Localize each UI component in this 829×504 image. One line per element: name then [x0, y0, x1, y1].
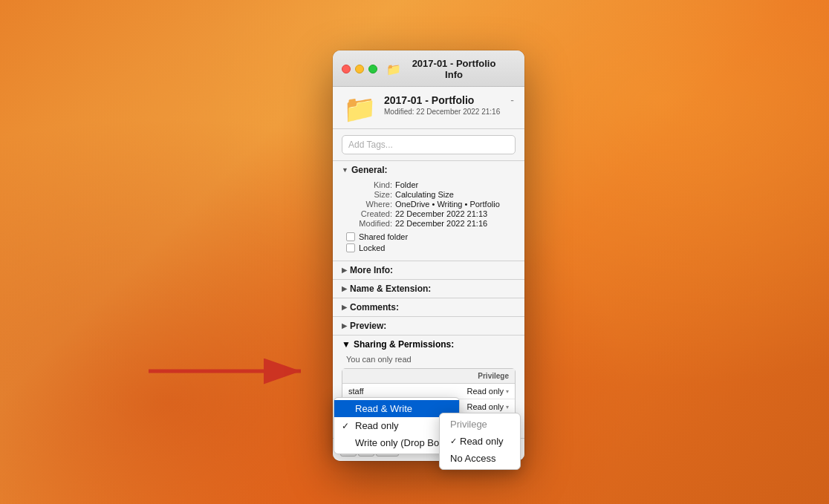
- created-label: Created:: [346, 209, 392, 218]
- file-name: 2017-01 - Portfolio: [384, 94, 503, 106]
- perm-everyone-dropdown[interactable]: Read only ▾: [466, 402, 509, 411]
- where-value: OneDrive • Writing • Portfolio: [395, 200, 500, 209]
- menu-item-no-access-label: No Access: [450, 453, 495, 464]
- menu-item-right-read-only-label: Read only: [460, 436, 504, 447]
- menu-item-read-only-label: Read only: [355, 420, 399, 431]
- title-folder-icon: 📁: [386, 62, 401, 76]
- permissions-table: Privilege staff Read only ▾ Read & Write: [342, 368, 516, 432]
- name-extension-header[interactable]: Name & Extension:: [333, 280, 524, 298]
- name-extension-label: Name & Extension:: [350, 284, 431, 294]
- tags-field[interactable]: Add Tags...: [342, 135, 516, 154]
- comments-label: Comments:: [350, 302, 399, 312]
- maximize-button[interactable]: [368, 65, 377, 73]
- tags-placeholder: Add Tags...: [348, 140, 393, 150]
- menu-item-privilege-label: Privilege: [450, 419, 487, 430]
- checkboxes: Shared folder Locked: [346, 232, 514, 252]
- file-header: 📁 2017-01 - Portfolio Modified: 22 Decem…: [333, 87, 524, 129]
- comments-section: Comments:: [333, 298, 524, 316]
- preview-section: Preview:: [333, 316, 524, 335]
- perm-staff-value: Read only: [466, 387, 504, 396]
- sharing-label: Sharing & Permissions:: [354, 339, 454, 350]
- name-extension-chevron: [342, 285, 347, 292]
- locked-label: Locked: [359, 243, 385, 252]
- menu-item-read-write-label: Read & Write: [355, 403, 412, 414]
- general-header[interactable]: General:: [333, 161, 524, 179]
- preview-header[interactable]: Preview:: [333, 317, 524, 335]
- minimize-button[interactable]: [355, 65, 364, 73]
- shared-folder-checkbox[interactable]: [346, 232, 355, 241]
- arrow-pointer: [149, 356, 312, 386]
- folder-icon: 📁: [343, 96, 377, 122]
- shared-folder-label: Shared folder: [359, 232, 408, 241]
- close-button[interactable]: [342, 65, 351, 73]
- perm-everyone-chevron: ▾: [506, 404, 509, 410]
- general-section: General: Kind: Folder Size: Calculating …: [333, 160, 524, 261]
- menu-item-write-only-label: Write only (Drop Box): [355, 437, 447, 448]
- perm-everyone-value: Read only: [466, 402, 504, 411]
- traffic-lights: [342, 65, 377, 73]
- name-extension-section: Name & Extension:: [333, 279, 524, 298]
- read-only-checkmark: ✓: [342, 421, 349, 431]
- perm-header-row: Privilege: [342, 369, 515, 384]
- shared-folder-row: Shared folder: [346, 232, 514, 241]
- created-row: Created: 22 December 2022 21:13: [346, 209, 514, 218]
- menu-item-right-read-only[interactable]: ✓ Read only: [440, 433, 520, 450]
- perm-col-privilege: Privilege: [478, 372, 509, 380]
- perm-staff-name: staff: [348, 387, 462, 396]
- sharing-header[interactable]: Sharing & Permissions:: [333, 336, 524, 353]
- where-row: Where: OneDrive • Writing • Portfolio: [346, 200, 514, 209]
- perm-row-staff: staff Read only ▾ Read & Write ✓ Read on…: [342, 384, 515, 399]
- file-dash: -: [510, 94, 514, 106]
- more-info-header[interactable]: More Info:: [333, 261, 524, 279]
- general-chevron: [342, 166, 348, 174]
- size-row: Size: Calculating Size: [346, 190, 514, 199]
- more-info-chevron: [342, 266, 347, 274]
- modified-label: Modified:: [384, 108, 414, 116]
- file-modified: Modified: 22 December 2022 21:16: [384, 108, 503, 116]
- kind-label: Kind:: [346, 180, 392, 189]
- menu-item-no-access[interactable]: No Access: [440, 450, 520, 467]
- file-info: 2017-01 - Portfolio Modified: 22 Decembe…: [384, 94, 503, 116]
- window-title: 2017-01 - Portfolio Info: [407, 58, 501, 80]
- preview-chevron: [342, 322, 347, 330]
- kind-value: Folder: [395, 180, 418, 189]
- comments-chevron: [342, 304, 347, 311]
- general-content: Kind: Folder Size: Calculating Size Wher…: [333, 179, 524, 261]
- modified-row: Modified: 22 December 2022 21:16: [346, 219, 514, 228]
- perm-staff-dropdown[interactable]: Read only ▾: [466, 387, 509, 396]
- more-info-section: More Info:: [333, 261, 524, 279]
- modified-value: 22 December 2022 21:16: [416, 108, 500, 116]
- window-body: 📁 2017-01 - Portfolio Modified: 22 Decem…: [333, 87, 524, 461]
- kind-row: Kind: Folder: [346, 180, 514, 189]
- more-info-label: More Info:: [350, 265, 393, 275]
- locked-row: Locked: [346, 243, 514, 252]
- modified-label: Modified:: [346, 219, 392, 228]
- locked-checkbox[interactable]: [346, 243, 355, 252]
- modified-value: 22 December 2022 21:16: [395, 219, 487, 228]
- dropdown-menu-right: Privilege ✓ Read only No Access: [439, 413, 521, 470]
- sharing-chevron: [342, 339, 351, 350]
- comments-header[interactable]: Comments:: [333, 298, 524, 316]
- created-value: 22 December 2022 21:13: [395, 209, 487, 218]
- sharing-note: You can only read: [333, 353, 524, 368]
- menu-item-privilege[interactable]: Privilege: [440, 416, 520, 433]
- sharing-section: Sharing & Permissions: You can only read…: [333, 335, 524, 461]
- right-read-only-check: ✓: [450, 436, 457, 446]
- perm-staff-chevron: ▾: [506, 388, 509, 395]
- size-label: Size:: [346, 190, 392, 199]
- title-bar: 📁 2017-01 - Portfolio Info: [333, 50, 524, 87]
- where-label: Where:: [346, 200, 392, 209]
- general-label: General:: [351, 165, 388, 175]
- size-value: Calculating Size: [395, 190, 454, 199]
- preview-label: Preview:: [350, 321, 386, 331]
- info-window: 📁 2017-01 - Portfolio Info 📁 2017-01 - P…: [333, 50, 524, 461]
